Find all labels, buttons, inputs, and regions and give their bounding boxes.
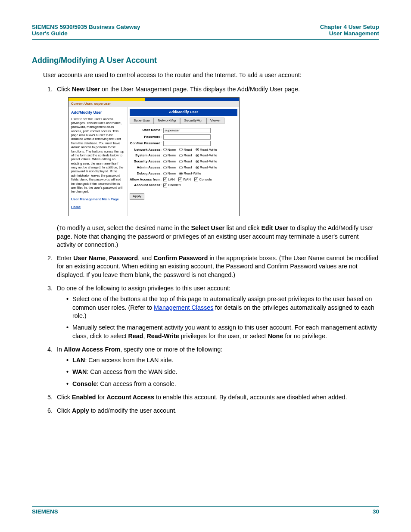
panel-title: Add/Modify User bbox=[130, 109, 237, 115]
radio-security-none[interactable] bbox=[163, 160, 167, 163]
row-network-access: Network Access: None Read Read-Write bbox=[130, 148, 220, 152]
role-networkmgr[interactable]: NetworkMgr bbox=[154, 118, 180, 124]
chk-console[interactable] bbox=[194, 177, 198, 181]
page-footer: SIEMENS 30 bbox=[32, 506, 379, 515]
step3-bullet2: Manually select the management activity … bbox=[66, 324, 379, 340]
step-3: Do one of the following to assign privil… bbox=[54, 284, 379, 340]
radio-network-none[interactable] bbox=[163, 148, 167, 151]
footer-rule bbox=[32, 506, 379, 507]
step-2: Enter User Name, Password, and Confirm P… bbox=[54, 254, 379, 279]
radio-admin-read[interactable] bbox=[179, 166, 183, 169]
row-allow-access: Allow Access from: LAN WAN Console bbox=[130, 177, 220, 182]
page: SIEMENS 5930/5935 Business Gateway User'… bbox=[0, 0, 411, 532]
add-modify-user-screenshot: Current User: superuser Add/Modify User … bbox=[68, 97, 240, 217]
confirm-password-input[interactable] bbox=[163, 141, 211, 146]
header-chapter: Chapter 4 User Setup bbox=[320, 24, 379, 30]
link-home[interactable]: Home bbox=[71, 205, 125, 210]
link-management-classes[interactable]: Management Classes bbox=[154, 304, 213, 311]
sidebar-title: Add/Modify User bbox=[71, 110, 125, 115]
header-product: SIEMENS 5930/5935 Business Gateway bbox=[32, 24, 140, 30]
role-securitymgr[interactable]: SecurityMgr bbox=[180, 118, 206, 124]
step-1: Click New User on the User Management pa… bbox=[54, 85, 379, 249]
page-header: SIEMENS 5930/5935 Business Gateway User'… bbox=[32, 24, 379, 37]
stripe-decor bbox=[68, 98, 239, 101]
step3-bullet1: Select one of the buttons at the top of … bbox=[66, 295, 379, 320]
apply-button[interactable]: Apply bbox=[130, 193, 144, 200]
step-4: In Allow Access From, specify one or mor… bbox=[54, 345, 379, 388]
footer-page-number: 30 bbox=[373, 508, 379, 515]
header-section: User Management bbox=[320, 30, 379, 37]
chk-lan[interactable] bbox=[163, 177, 167, 181]
row-system-access: System Access: None Read Read-Write bbox=[130, 153, 220, 158]
confirm-password-label: Confirm Password: bbox=[130, 141, 163, 146]
password-input[interactable] bbox=[163, 134, 211, 140]
row-admin-access: Admin Access: None Read Read-Write bbox=[130, 165, 220, 170]
step-6: Click Apply to add/modify the user accou… bbox=[54, 407, 379, 415]
radio-admin-none[interactable] bbox=[163, 166, 167, 169]
header-rule bbox=[32, 39, 379, 40]
chk-enabled[interactable] bbox=[163, 184, 167, 187]
current-user-bar: Current User: superuser bbox=[68, 101, 239, 108]
username-input[interactable] bbox=[163, 128, 211, 133]
screenshot-sidebar: Add/Modify User Used to set the user's a… bbox=[68, 107, 128, 216]
step4-bullet-wan: WAN: Can access from the WAN side. bbox=[66, 368, 379, 376]
radio-system-rw[interactable] bbox=[196, 154, 199, 157]
step-5: Click Enabled for Account Access to enab… bbox=[54, 393, 379, 401]
step4-bullet-console: Console: Can access from a console. bbox=[66, 380, 379, 388]
radio-debug-none[interactable] bbox=[163, 172, 167, 175]
role-viewer[interactable]: Viewer bbox=[206, 118, 224, 124]
role-superuser[interactable]: SuperUser bbox=[130, 118, 154, 124]
password-label: Password: bbox=[130, 134, 163, 140]
radio-debug-rw[interactable] bbox=[179, 172, 183, 175]
screenshot-form-panel: Add/Modify User SuperUser NetworkMgr Sec… bbox=[128, 107, 239, 216]
steps-list: Click New User on the User Management pa… bbox=[54, 85, 379, 415]
radio-admin-rw[interactable] bbox=[196, 166, 199, 169]
radio-network-read[interactable] bbox=[179, 148, 183, 151]
chk-wan[interactable] bbox=[178, 177, 182, 181]
radio-security-rw[interactable] bbox=[196, 160, 199, 163]
section-heading: Adding/Modifying A User Account bbox=[32, 56, 379, 65]
step4-bullet-lan: LAN: Can access from the LAN side. bbox=[66, 356, 379, 364]
radio-network-rw[interactable] bbox=[196, 148, 199, 151]
sidebar-help-text: Used to set the user's access privileges… bbox=[71, 117, 125, 194]
radio-security-read[interactable] bbox=[179, 160, 183, 163]
step1-bold: New User bbox=[72, 86, 100, 93]
step1-post: on the User Management page. This displa… bbox=[100, 86, 300, 93]
row-account-access: Account access: Enabled bbox=[130, 183, 220, 188]
intro-paragraph: User accounts are used to control access… bbox=[43, 71, 379, 79]
role-preset-bar: SuperUser NetworkMgr SecurityMgr Viewer bbox=[130, 118, 237, 124]
radio-system-read[interactable] bbox=[179, 154, 183, 157]
header-guide: User's Guide bbox=[32, 30, 140, 37]
username-label: User Name: bbox=[130, 128, 163, 133]
footer-brand: SIEMENS bbox=[32, 508, 58, 515]
radio-system-none[interactable] bbox=[163, 154, 167, 157]
step1-pre: Click bbox=[57, 86, 72, 93]
row-security-access: Security Access: None Read Read-Write bbox=[130, 159, 220, 164]
link-user-mgmt-main[interactable]: User Management Main Page bbox=[71, 197, 125, 202]
row-debug-access: Debug Access: None Read-Write bbox=[130, 171, 220, 176]
